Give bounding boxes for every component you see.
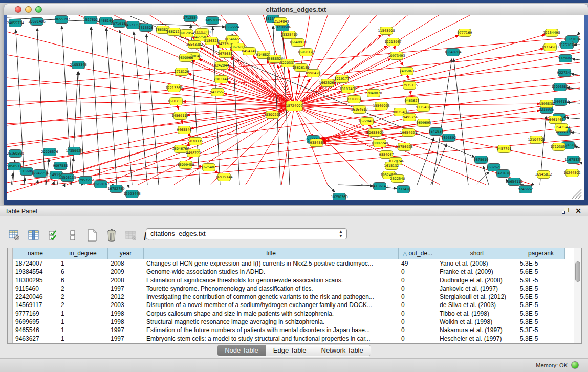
graph-node[interactable]: 9465546 xyxy=(177,126,192,134)
graph-node[interactable]: 10654112 xyxy=(506,178,522,186)
graph-node[interactable]: 9329966 xyxy=(558,55,573,62)
cell-pagerank[interactable]: 5.3E-5 xyxy=(517,326,565,334)
graph-node[interactable]: 2718126 xyxy=(175,68,189,76)
graph-node[interactable]: 1640934 xyxy=(429,128,444,136)
cell-name[interactable]: 9777169 xyxy=(13,310,58,318)
graph-node[interactable]: 20206576 xyxy=(41,148,58,156)
graph-node[interactable]: 10973493 xyxy=(388,52,405,60)
table-row[interactable]: 1872400712008Changes of HCN gene express… xyxy=(13,259,565,268)
table-row[interactable]: 946554611997Estimation of the future num… xyxy=(13,326,565,334)
column-header-in_degree[interactable]: in_degree xyxy=(58,248,108,259)
graph-node[interactable]: 2803144 xyxy=(214,76,229,83)
graph-node[interactable]: 9675919 xyxy=(474,156,489,164)
graph-node[interactable]: 12524049 xyxy=(272,18,289,26)
graph-node[interactable]: 1527602 xyxy=(83,16,98,24)
graph-node[interactable]: 17103054 xyxy=(550,143,567,151)
graph-node[interactable]: 16640910 xyxy=(289,39,306,47)
column-header-pagerank[interactable]: pagerank xyxy=(517,248,565,259)
graph-node[interactable]: 7557224 xyxy=(225,24,239,31)
cell-out_de[interactable]: 0 xyxy=(399,335,437,343)
graph-node[interactable]: 3219177 xyxy=(335,75,350,83)
graph-node[interactable]: 14136141 xyxy=(371,183,388,190)
column-header-short[interactable]: short xyxy=(437,248,517,259)
graph-node[interactable]: 13505135 xyxy=(59,174,76,182)
cell-short[interactable]: Nakamura et al. (1997) xyxy=(437,326,517,334)
cell-name[interactable]: 22420046 xyxy=(13,293,58,301)
cell-name[interactable]: 9115460 xyxy=(13,285,58,293)
graph-node[interactable]: 9699695 xyxy=(417,119,431,127)
graph-node[interactable]: 7515526 xyxy=(139,24,154,32)
select-columns-icon[interactable] xyxy=(46,229,60,243)
cell-name[interactable]: 18724007 xyxy=(13,259,58,268)
cell-in_degree[interactable]: 1 xyxy=(58,335,108,343)
graph-node[interactable]: 8912954 xyxy=(180,30,194,37)
cell-year[interactable]: 1997 xyxy=(108,326,144,334)
graph-node[interactable]: 16960170 xyxy=(297,49,314,56)
cell-title[interactable]: Genome-wide association studies in ADHD. xyxy=(144,268,399,276)
cell-in_degree[interactable]: 1 xyxy=(58,310,108,318)
cell-title[interactable]: Changes of HCN gene expression and I(f) … xyxy=(144,259,399,268)
graph-node[interactable]: 16919144 xyxy=(215,173,232,181)
cell-title[interactable]: Tourette syndrome. Phenomenology and cla… xyxy=(144,285,399,293)
cell-year[interactable]: 2008 xyxy=(108,276,144,285)
graph-node[interactable]: 19495756 xyxy=(401,114,418,121)
cell-in_degree[interactable]: 6 xyxy=(58,268,108,276)
show-columns-icon[interactable] xyxy=(27,229,40,243)
graph-node[interactable]: 10250360 xyxy=(331,193,347,200)
graph-node[interactable]: 9777169 xyxy=(458,29,472,37)
cell-title[interactable]: Disruption of a novel member of a sodium… xyxy=(144,301,399,309)
graph-node[interactable]: 4498222 xyxy=(186,149,201,157)
cell-out_de[interactable]: 0 xyxy=(399,268,437,276)
network-canvas[interactable]: 1872400724055724206914061065528715276028… xyxy=(7,15,584,200)
graph-node[interactable]: 15626150 xyxy=(292,64,309,72)
cell-pagerank[interactable]: 5.5E-5 xyxy=(517,293,565,301)
cell-out_de[interactable]: 0 xyxy=(399,318,437,326)
graph-node[interactable]: 16543382 xyxy=(186,41,203,49)
cell-year[interactable]: 2008 xyxy=(108,259,144,268)
graph-node[interactable]: 19654923 xyxy=(400,129,417,137)
cell-short[interactable]: Franke et al. (2009) xyxy=(437,268,517,276)
graph-node[interactable]: 19734983 xyxy=(541,43,558,51)
scrollbar-thumb[interactable] xyxy=(575,261,580,282)
graph-node[interactable]: 9457791 xyxy=(497,145,512,153)
graph-node[interactable]: 9427552 xyxy=(210,89,225,96)
graph-node[interactable]: 9097588 xyxy=(53,162,68,170)
cell-out_de[interactable]: 0 xyxy=(399,326,437,334)
graph-node[interactable]: 17359924 xyxy=(66,147,82,155)
cell-pagerank[interactable]: 5.9E-5 xyxy=(517,276,565,285)
graph-node[interactable]: 9227341 xyxy=(557,69,572,77)
cell-out_de[interactable]: 0 xyxy=(399,310,437,318)
tab-edge-table[interactable]: Edge Table xyxy=(266,345,314,356)
column-header-year[interactable]: year xyxy=(108,248,144,259)
graph-node[interactable]: 12104705 xyxy=(528,136,545,144)
graph-node[interactable]: 10688609 xyxy=(366,129,383,137)
row-height-icon[interactable] xyxy=(66,229,79,243)
graph-node[interactable]: 16648784 xyxy=(444,49,461,56)
graph-node[interactable]: 10244502 xyxy=(563,169,580,177)
table-settings-icon[interactable] xyxy=(7,229,21,243)
cell-pagerank[interactable]: 5.3E-5 xyxy=(517,285,565,293)
table-row[interactable]: 969969511998Structural magnetic resonanc… xyxy=(13,318,565,326)
graph-node[interactable]: 5878335 xyxy=(188,138,203,145)
cell-pagerank[interactable]: 5.3E-5 xyxy=(517,318,565,326)
table-row[interactable]: 1938455462009Genome-wide association stu… xyxy=(13,268,565,276)
close-panel-icon[interactable]: ✕ xyxy=(574,207,583,215)
memory-status-icon[interactable] xyxy=(571,361,579,369)
cell-year[interactable]: 2009 xyxy=(108,268,144,276)
table-select-dropdown[interactable]: citations_edges.txt ▲ ▼ xyxy=(146,228,347,239)
graph-node[interactable]: 1733426 xyxy=(396,186,411,193)
delete-table-icon[interactable] xyxy=(104,229,118,243)
cell-year[interactable]: 2012 xyxy=(108,293,144,301)
graph-node[interactable]: 10958167 xyxy=(92,181,109,188)
graph-node[interactable]: 12213369 xyxy=(165,84,182,92)
graph-node[interactable]: 7485063 xyxy=(400,68,415,75)
graph-node[interactable]: 9890966 xyxy=(179,54,193,62)
graph-node[interactable]: 3216067 xyxy=(347,96,362,103)
cell-name[interactable]: 9465546 xyxy=(13,326,58,334)
cell-short[interactable]: de Silva et al. (2003) xyxy=(437,301,517,309)
graph-node[interactable]: 14569117 xyxy=(171,112,188,120)
cell-short[interactable]: Yano et al. (2008) xyxy=(437,259,517,268)
table-row[interactable]: 1456911722003Disruption of a novel membe… xyxy=(13,301,565,309)
cell-pagerank[interactable]: 5.3E-5 xyxy=(517,335,565,343)
graph-node[interactable]: 8471676 xyxy=(496,170,511,178)
